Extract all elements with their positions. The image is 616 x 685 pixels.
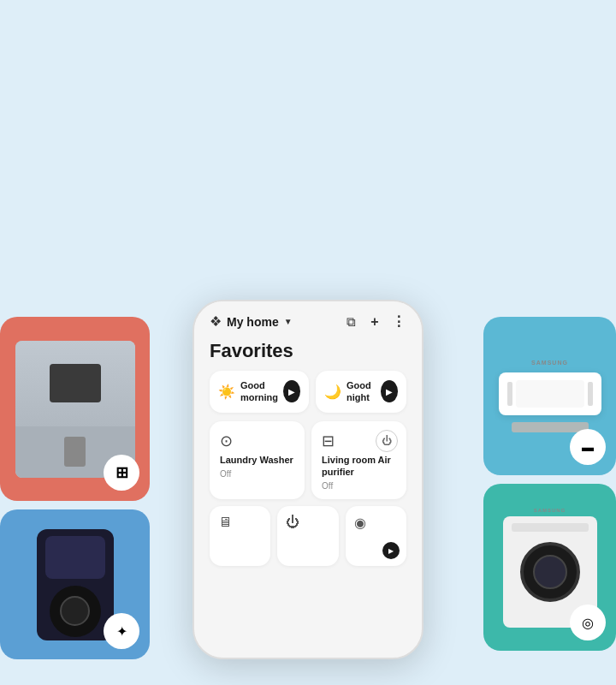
dropdown-arrow-icon[interactable]: ▼ <box>284 317 293 326</box>
ac-container: SAMSUNG <box>483 360 616 432</box>
routine-night-left: 🌙 Good night <box>324 379 381 404</box>
sun-icon: ☀️ <box>218 384 235 400</box>
robot-icon: ◉ <box>354 515 366 531</box>
laundry-washer-card[interactable]: ⊙ Laundry Washer Off <box>210 421 305 500</box>
layers-icon[interactable]: ⧉ <box>343 314 358 330</box>
tv-icon: 🖥 <box>218 515 232 530</box>
routine-night-label: Good night <box>346 379 381 404</box>
home-title[interactable]: My home <box>227 315 279 329</box>
home-hub-icon: ❖ <box>210 313 222 330</box>
purifier-top <box>45 536 105 579</box>
devices-grid: ⊙ Laundry Washer Off ⊟ Living room Air p… <box>194 421 422 500</box>
air-purifier-card[interactable]: ⊟ Living room Air purifier Off ⏻ <box>311 421 406 500</box>
phone-header-right: ⧉ + ⋮ <box>343 314 406 330</box>
washer-bg-card: SAMSUNG ◎ <box>483 484 616 651</box>
purifier-name: Living room Air purifier <box>322 454 396 479</box>
purifier-inner <box>60 596 90 626</box>
purifier-power-button[interactable]: ⏻ <box>376 430 398 452</box>
fridge-badge-icon: ⊞ <box>116 463 128 482</box>
washer-name: Laundry Washer <box>220 454 294 466</box>
washer-status: Off <box>220 469 294 479</box>
washer-badge-icon: ◎ <box>582 615 594 631</box>
ac-device <box>499 372 601 415</box>
add-icon[interactable]: + <box>367 314 382 330</box>
ac-grille-right <box>588 382 593 406</box>
ac-grille-left <box>507 382 512 406</box>
robot-play-button[interactable]: ▶ <box>382 542 400 559</box>
samsung-label-washer: SAMSUNG <box>534 508 566 513</box>
routine-morning-left: ☀️ Good morning <box>218 379 283 404</box>
switch-card[interactable]: ⏻ <box>277 506 338 566</box>
purifier-badge: ✦ <box>104 613 139 649</box>
routine-night-play[interactable]: ▶ <box>381 380 398 402</box>
moon-icon: 🌙 <box>324 384 341 400</box>
phone-header: ❖ My home ▼ ⧉ + ⋮ <box>194 301 422 337</box>
washer-badge: ◎ <box>570 605 606 640</box>
fridge-badge: ⊞ <box>104 455 139 491</box>
routine-good-night[interactable]: 🌙 Good night ▶ <box>316 371 406 413</box>
fridge-card: ⊞ <box>0 317 150 501</box>
ac-mount <box>512 422 589 432</box>
fridge-screen <box>50 364 101 402</box>
routines-row: ☀️ Good morning ▶ 🌙 Good night ▶ <box>194 371 422 421</box>
washer-icon: ⊙ <box>220 432 294 450</box>
robot-card[interactable]: ◉ ▶ <box>346 506 406 566</box>
ac-body <box>516 380 584 408</box>
washer-drum-inner <box>533 555 567 589</box>
favorites-title: Favorites <box>194 337 422 371</box>
switch-icon: ⏻ <box>286 515 299 530</box>
more-icon[interactable]: ⋮ <box>391 314 406 330</box>
phone-screen: ❖ My home ▼ ⧉ + ⋮ Favorites ☀️ Good morn… <box>194 301 422 658</box>
routine-morning-label: Good morning <box>240 379 283 404</box>
routine-good-morning[interactable]: ☀️ Good morning ▶ <box>210 371 309 413</box>
purifier-status: Off <box>322 481 396 491</box>
ac-card: SAMSUNG ▬ <box>483 317 616 475</box>
washer-drum <box>520 542 580 602</box>
washer-top-panel <box>512 523 589 532</box>
tv-card[interactable]: 🖥 <box>210 506 270 566</box>
phone-header-left: ❖ My home ▼ <box>210 313 293 330</box>
fridge-top <box>15 341 135 426</box>
ac-badge-icon: ▬ <box>582 440 594 454</box>
purifier-badge-icon: ✦ <box>116 623 127 640</box>
purifier-card: ✦ <box>0 509 150 659</box>
phone: ❖ My home ▼ ⧉ + ⋮ Favorites ☀️ Good morn… <box>192 300 424 659</box>
purifier-device <box>37 529 114 640</box>
samsung-label-ac: SAMSUNG <box>531 360 568 366</box>
fridge-dispenser <box>64 437 86 467</box>
devices-bottom-row: 🖥 ⏻ ◉ ▶ <box>194 499 422 566</box>
ac-badge: ▬ <box>570 429 606 465</box>
routine-morning-play[interactable]: ▶ <box>283 380 300 402</box>
purifier-circle <box>50 586 101 637</box>
